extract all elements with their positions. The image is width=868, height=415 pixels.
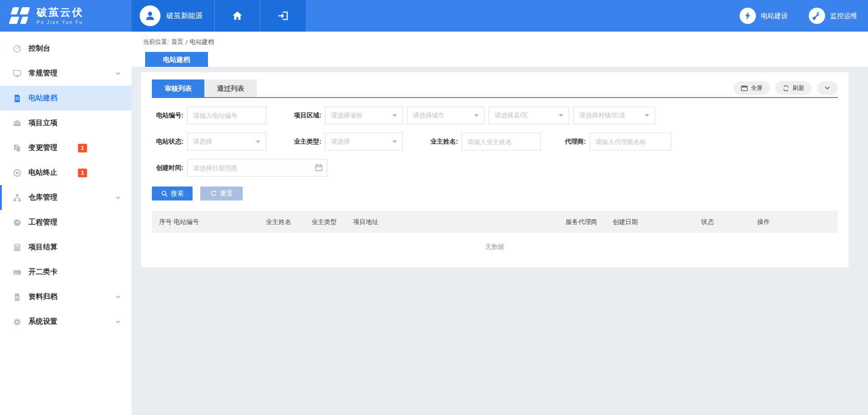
- module-construction[interactable]: 电站建设: [740, 8, 788, 24]
- town-select[interactable]: 请选择村镇/街道: [573, 107, 655, 124]
- header-user-area: 破茧新能源: [132, 0, 306, 32]
- app-window: 破茧云伏 Po Jian Yun Fu 破茧新能源: [0, 0, 868, 415]
- gear-icon: [13, 317, 22, 326]
- sidebar-item-project-initiation[interactable]: 项目立项: [0, 111, 132, 135]
- refresh-icon: [783, 85, 789, 92]
- sidebar-item-console[interactable]: 控制台: [0, 36, 132, 61]
- sidebar-item-engineering-mgmt[interactable]: 工程管理: [0, 210, 132, 235]
- tab-review-list[interactable]: 审核列表: [152, 79, 204, 97]
- search-label: 搜索: [171, 190, 184, 198]
- notification-badge: 1: [78, 144, 87, 153]
- sidebar-item-label: 系统设置: [28, 317, 57, 326]
- sidebar-item-label: 电站终止: [28, 168, 57, 177]
- col-create-date: 创建日期: [613, 218, 701, 226]
- owner-type-label: 业主类型:: [290, 138, 321, 146]
- fullscreen-button[interactable]: 全屏: [734, 81, 770, 95]
- col-owner-name: 业主姓名: [266, 218, 311, 226]
- tab-passed-list[interactable]: 通过列表: [204, 79, 257, 97]
- sidebar-item-station-termination[interactable]: 电站终止 1: [0, 160, 132, 185]
- owner-type-placeholder: 请选择: [331, 138, 350, 146]
- caret-down-icon: [645, 114, 649, 117]
- caret-down-icon: [392, 140, 397, 143]
- sidebar-item-label: 开二类卡: [28, 267, 57, 277]
- brand-logo-icon: [9, 6, 30, 25]
- chevron-down-icon: [115, 294, 121, 300]
- brand-title: 破茧云伏: [37, 7, 84, 18]
- sidebar-item-label: 控制台: [28, 44, 50, 53]
- caret-down-icon: [559, 114, 563, 117]
- sidebar-item-label: 资料归档: [28, 292, 57, 302]
- sidebar-item-general-mgmt[interactable]: 常规管理: [0, 61, 132, 86]
- station-status-placeholder: 请选择: [193, 138, 212, 146]
- filter-form: 电站编号: 项目区域: 请选择省份 请选择城市: [152, 98, 838, 177]
- brand-logo: 破茧云伏 Po Jian Yun Fu: [0, 0, 132, 32]
- exit-icon: [277, 10, 289, 22]
- brand-subtitle: Po Jian Yun Fu: [37, 20, 84, 25]
- sidebar-item-label: 工程管理: [28, 218, 57, 227]
- calculator-icon: [13, 243, 22, 252]
- refresh-button[interactable]: 刷新: [775, 81, 811, 95]
- col-service-agent: 服务代理商: [566, 218, 613, 226]
- collapse-toolbar-button[interactable]: [817, 81, 838, 95]
- date-range-input[interactable]: [187, 159, 327, 177]
- sidebar-item-project-settlement[interactable]: 项目结算: [0, 235, 132, 260]
- sidebar-item-system-settings[interactable]: 系统设置: [0, 309, 132, 334]
- district-select[interactable]: 请选择县/区: [489, 107, 569, 124]
- col-actions: 操作: [757, 218, 838, 226]
- reset-icon: [210, 190, 217, 197]
- agent-input[interactable]: [590, 133, 671, 150]
- caret-down-icon: [474, 114, 479, 117]
- reset-button[interactable]: 重置: [200, 187, 243, 201]
- logout-button[interactable]: [260, 0, 306, 32]
- filter-row-1: 电站编号: 项目区域: 请选择省份 请选择城市: [152, 107, 838, 124]
- sitemap-icon: [13, 193, 22, 202]
- sidebar-item-label: 变更管理: [28, 143, 57, 153]
- station-status-label: 电站状态:: [152, 138, 184, 146]
- module-monitoring[interactable]: 监控运维: [809, 8, 857, 24]
- fullscreen-icon: [741, 85, 748, 91]
- col-index: 序号: [159, 218, 174, 226]
- col-status: 状态: [701, 218, 757, 226]
- table-header: 序号 电站编号 业主姓名 业主类型 项目地址 服务代理商 创建日期 状态 操作: [152, 211, 838, 233]
- home-icon: [231, 10, 243, 22]
- reset-label: 重置: [220, 190, 233, 198]
- breadcrumb-current: 电站建档: [190, 38, 214, 46]
- user-profile[interactable]: 破茧新能源: [132, 0, 214, 32]
- station-code-label: 电站编号:: [152, 112, 184, 120]
- card-icon: [13, 268, 22, 277]
- sidebar-item-data-archive[interactable]: 资料归档: [0, 284, 132, 309]
- owner-type-select[interactable]: 请选择: [325, 133, 403, 150]
- station-code-input[interactable]: [187, 107, 266, 124]
- gauge-icon: [13, 218, 22, 227]
- company-name: 破茧新能源: [166, 11, 203, 21]
- date-range-picker[interactable]: [187, 159, 327, 177]
- owner-name-input[interactable]: [462, 133, 541, 150]
- filter-actions: 搜索 重置: [152, 187, 838, 201]
- sidebar-item-label: 电站建档: [28, 93, 57, 103]
- avatar: [140, 5, 160, 26]
- town-placeholder: 请选择村镇/街道: [579, 112, 625, 120]
- home-button[interactable]: [214, 0, 260, 32]
- sidebar-item-warehouse-mgmt[interactable]: 仓库管理: [0, 185, 132, 210]
- empty-state: 无数据: [152, 233, 838, 254]
- province-select[interactable]: 请选择省份: [325, 107, 403, 124]
- content-area: 审核列表 通过列表 全屏: [132, 67, 868, 415]
- search-button[interactable]: 搜索: [152, 187, 193, 201]
- page-tab-station-filing[interactable]: 电站建档: [145, 52, 208, 67]
- station-status-select[interactable]: 请选择: [187, 133, 266, 150]
- record-circle-icon: [13, 168, 22, 177]
- search-icon: [161, 190, 168, 197]
- breadcrumb-home[interactable]: 首页: [171, 38, 184, 46]
- sidebar-item-open-card[interactable]: 开二类卡: [0, 260, 132, 284]
- chevron-down-icon: [824, 85, 830, 91]
- dashboard-icon: [13, 44, 22, 53]
- district-placeholder: 请选择县/区: [495, 112, 528, 120]
- module-construction-label: 电站建设: [761, 12, 788, 20]
- filter-row-3: 创建时间:: [152, 159, 838, 177]
- sidebar-item-change-mgmt[interactable]: 变更管理 1: [0, 135, 132, 160]
- briefcase-icon: [13, 119, 22, 128]
- create-time-label: 创建时间:: [152, 164, 184, 172]
- refresh-label: 刷新: [793, 84, 804, 92]
- sidebar-item-station-filing[interactable]: 电站建档: [0, 86, 132, 111]
- city-select[interactable]: 请选择城市: [407, 107, 485, 124]
